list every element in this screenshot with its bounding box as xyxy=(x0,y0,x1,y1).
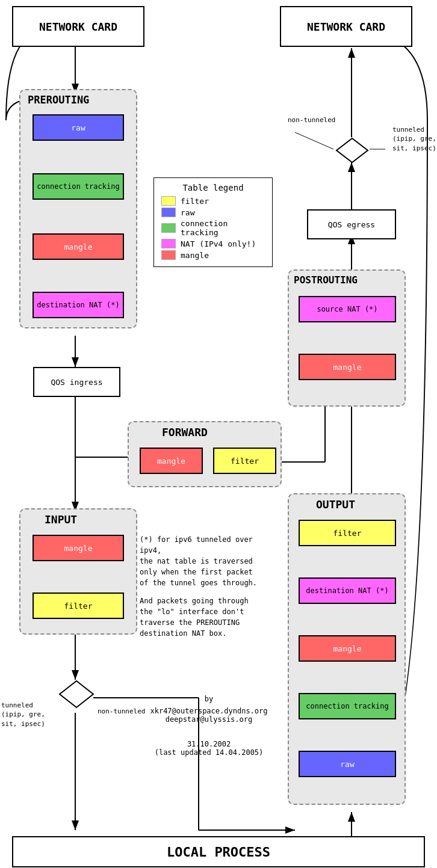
diagram: NETWORK CARD NETWORK CARD PREROUTING raw… xyxy=(0,0,437,868)
legend-box: Table legend filter raw connection track… xyxy=(153,177,273,267)
output-raw: raw xyxy=(299,751,396,777)
output-conntrack: connection tracking xyxy=(299,693,396,719)
legend-color-filter xyxy=(161,196,176,206)
legend-item-raw: raw xyxy=(161,208,265,217)
input-chain: INPUT mangle filter xyxy=(19,508,137,635)
prerouting-dest-nat: destination NAT (*) xyxy=(33,292,124,318)
output-chain: OUTPUT filter destination NAT (*) mangle… xyxy=(288,493,406,805)
qos-egress: QOS egress xyxy=(307,209,396,239)
legend-item-conntrack: connection tracking xyxy=(161,219,265,237)
input-mangle: mangle xyxy=(33,535,124,561)
prerouting-conntrack: connection tracking xyxy=(33,173,124,200)
postrouting-source-nat: source NAT (*) xyxy=(299,296,396,322)
non-tunneled-right-label: non-tunneled xyxy=(288,115,335,126)
svg-line-32 xyxy=(295,132,333,149)
authors: xkr47@outerspace.dyndns.org deepstar@uly… xyxy=(140,707,278,724)
note-text-2: And packets going through the "lo" inter… xyxy=(140,596,278,639)
output-mangle: mangle xyxy=(299,635,396,662)
forward-label: FORWARD xyxy=(162,426,208,439)
legend-color-mangle xyxy=(161,250,176,260)
legend-item-filter: filter xyxy=(161,196,265,206)
legend-color-raw xyxy=(161,208,176,217)
prerouting-raw: raw xyxy=(33,114,124,141)
legend-title: Table legend xyxy=(161,183,265,192)
svg-marker-33 xyxy=(336,138,368,162)
note-text-1: (*) for ipv6 tunneled over ipv4, the nat… xyxy=(140,534,278,588)
diamond-bottom-left xyxy=(58,680,95,709)
postrouting-label: POSTROUTING xyxy=(294,274,358,286)
by-line: by xyxy=(140,695,278,703)
input-label: INPUT xyxy=(45,513,77,526)
postrouting-mangle: mangle xyxy=(299,354,396,380)
legend-item-mangle: mangle xyxy=(161,250,265,260)
input-filter: filter xyxy=(33,593,124,619)
output-label: OUTPUT xyxy=(316,498,355,511)
network-card-left: NETWORK CARD xyxy=(12,6,144,47)
forward-mangle: mangle xyxy=(140,448,203,474)
prerouting-label: PREROUTING xyxy=(28,94,89,106)
legend-item-nat: NAT (IPv4 only!) xyxy=(161,239,265,248)
non-tunneled-left-label: non-tunneled xyxy=(98,707,145,717)
output-dest-nat: destination NAT (*) xyxy=(299,577,396,604)
legend-color-nat xyxy=(161,239,176,248)
legend-color-conntrack xyxy=(161,223,176,233)
postrouting-chain: POSTROUTING source NAT (*) mangle xyxy=(288,269,406,407)
tunneled-left-label: tunneled (ipip, gre, sit, ipsec) xyxy=(1,701,45,728)
local-process: LOCAL PROCESS xyxy=(12,836,425,867)
qos-ingress: QOS ingress xyxy=(33,367,120,397)
date: 31.10.2002 (last updated 14.04.2005) xyxy=(140,740,278,757)
forward-chain: FORWARD mangle filter xyxy=(128,421,282,487)
tunneled-right-label: tunneled (ipip, gre, sit, ipsec) xyxy=(392,125,436,153)
svg-marker-34 xyxy=(60,681,93,707)
diamond-top-right xyxy=(335,137,369,164)
output-filter: filter xyxy=(299,520,396,546)
prerouting-mangle: mangle xyxy=(33,233,124,260)
prerouting-chain: PREROUTING raw connection tracking mangl… xyxy=(19,89,137,328)
network-card-right: NETWORK CARD xyxy=(280,6,412,47)
forward-filter: filter xyxy=(213,448,276,474)
